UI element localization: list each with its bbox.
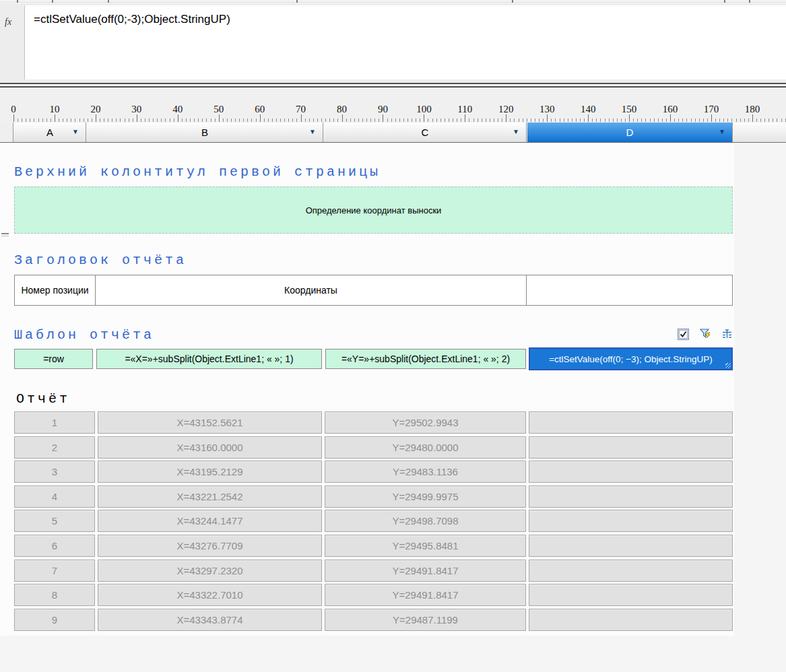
report-cell-y[interactable]: Y=29499.9975 xyxy=(325,485,526,508)
report-cell-num[interactable]: 2 xyxy=(14,436,95,459)
report-cell-extra[interactable] xyxy=(529,584,733,606)
ruler-ticks xyxy=(13,114,786,123)
report-cell-y[interactable]: Y=29487.1199 xyxy=(325,609,526,631)
template-cell-selected-formula[interactable]: =ctlSetValue(off(0; −3); Object.StringUP… xyxy=(529,347,733,370)
section-title-template: Шаблон отчёта xyxy=(14,327,154,343)
report-cell-x[interactable]: X=43343.8774 xyxy=(98,609,322,631)
report-cell-y[interactable]: Y=29480.0000 xyxy=(325,436,526,459)
report-cell-y[interactable]: Y=29502.9943 xyxy=(325,411,526,434)
corner-stub xyxy=(0,123,13,142)
report-cell-x[interactable]: X=43244.1477 xyxy=(98,510,322,532)
report-cell-num[interactable]: 3 xyxy=(14,461,95,483)
chevron-down-icon[interactable]: ▼ xyxy=(719,128,725,135)
ruler-label: 90 xyxy=(378,104,388,115)
report-rows: 1X=43152.5621Y=29502.99432X=43160.0000Y=… xyxy=(0,411,734,633)
ruler-label: 100 xyxy=(416,104,432,115)
ruler-label: 50 xyxy=(214,104,224,115)
report-cell-num[interactable]: 5 xyxy=(14,510,95,532)
ruler-label: 80 xyxy=(337,104,347,115)
report-cell-y[interactable]: Y=29495.8481 xyxy=(325,535,526,557)
report-cell-extra[interactable] xyxy=(529,609,733,631)
report-cell-num[interactable]: 6 xyxy=(14,535,95,557)
design-canvas: Верхний колонтитул первой страницы Опред… xyxy=(0,143,786,672)
top-edge-strip xyxy=(0,0,786,3)
report-cell-x[interactable]: X=43297.2320 xyxy=(98,560,322,582)
table-row: 8X=43322.7010Y=29491.8417 xyxy=(0,584,734,606)
report-cell-extra[interactable] xyxy=(529,411,733,434)
ruler-label: 0 xyxy=(11,104,16,115)
ruler-label: 150 xyxy=(622,104,637,115)
report-cell-num[interactable]: 8 xyxy=(14,584,95,606)
report-cell-y[interactable]: Y=29483.1136 xyxy=(325,461,526,483)
ruler-label: 30 xyxy=(131,104,141,115)
ruler-label: 170 xyxy=(704,104,719,115)
report-cell-num[interactable]: 7 xyxy=(14,560,95,582)
ruler-label: 60 xyxy=(255,104,265,115)
table-row: 1X=43152.5621Y=29502.9943 xyxy=(0,411,734,434)
section-title-page-header: Верхний колонтитул первой страницы xyxy=(14,164,381,180)
ruler-label: 180 xyxy=(745,104,760,115)
table-row: 2X=43160.0000Y=29480.0000 xyxy=(0,436,734,459)
report-cell-x[interactable]: X=43152.5621 xyxy=(98,411,322,434)
template-cell-y-formula[interactable]: =«Y=»+subSplit(Object.ExtLine1; « »; 2) xyxy=(325,349,526,369)
page-header-band-text: Определение координат выноски xyxy=(306,205,442,215)
report-cell-extra[interactable] xyxy=(529,436,733,459)
section-title-report-header: Заголовок отчёта xyxy=(14,253,187,268)
chevron-down-icon[interactable]: ▼ xyxy=(72,128,79,135)
page-header-band[interactable]: Определение координат выноски xyxy=(14,187,733,234)
header-cell-coordinates[interactable]: Координаты xyxy=(96,275,527,305)
report-cell-x[interactable]: X=43195.2129 xyxy=(98,461,322,483)
column-header-b[interactable]: B▼ xyxy=(87,123,323,142)
column-header-a[interactable]: A▼ xyxy=(14,123,86,142)
report-cell-extra[interactable] xyxy=(529,461,733,483)
column-header-d[interactable]: D▼ xyxy=(527,123,733,142)
ruler-label: 140 xyxy=(581,104,596,115)
column-header-row: A▼B▼C▼D▼ xyxy=(0,123,786,143)
ruler-label: 70 xyxy=(296,104,306,115)
ruler-label: 20 xyxy=(90,104,100,115)
ruler-label: 110 xyxy=(457,104,472,115)
report-cell-y[interactable]: Y=29498.7098 xyxy=(325,510,526,532)
report-cell-y[interactable]: Y=29491.8417 xyxy=(325,584,526,606)
report-cell-num[interactable]: 4 xyxy=(14,485,95,508)
report-cell-x[interactable]: X=43160.0000 xyxy=(98,436,322,459)
formula-input[interactable]: =ctlSetValue(off(0;-3);Object.StringUP) xyxy=(24,5,786,79)
column-letter: C xyxy=(422,127,429,138)
template-cell-x-formula[interactable]: =«X=»+subSplit(Object.ExtLine1; « »; 1) xyxy=(96,349,322,369)
formula-bar: fx =ctlSetValue(off(0;-3);Object.StringU… xyxy=(0,3,786,83)
column-letter: A xyxy=(46,127,53,138)
splitter-handle[interactable] xyxy=(0,83,786,88)
ruler-label: 120 xyxy=(498,104,514,115)
collapse-groups-icon[interactable] xyxy=(721,329,733,340)
report-cell-extra[interactable] xyxy=(529,560,733,582)
report-cell-extra[interactable] xyxy=(529,485,733,508)
ruler-label: 40 xyxy=(172,104,183,115)
report-cell-extra[interactable] xyxy=(529,510,733,532)
template-toolbar xyxy=(667,327,733,341)
report-cell-extra[interactable] xyxy=(529,535,733,557)
header-cell-position-number[interactable]: Номер позиции xyxy=(15,275,96,305)
column-header-c[interactable]: C▼ xyxy=(324,123,527,142)
column-letter: B xyxy=(201,127,208,138)
report-header-row: Номер позиции Координаты xyxy=(14,275,733,306)
horizontal-ruler: 0102030405060708090100110120130140150160… xyxy=(0,88,786,123)
checkbox-checked-icon[interactable] xyxy=(678,329,689,340)
table-row: 7X=43297.2320Y=29491.8417 xyxy=(0,560,734,582)
fx-icon: fx xyxy=(5,17,11,28)
resize-grip-icon[interactable] xyxy=(725,363,731,368)
header-cell-empty[interactable] xyxy=(527,275,732,305)
report-cell-num[interactable]: 1 xyxy=(14,411,95,434)
filter-lightning-icon[interactable] xyxy=(699,328,711,340)
ruler-label: 130 xyxy=(539,104,555,115)
selected-formula-text: =ctlSetValue(off(0; −3); Object.StringUP… xyxy=(549,354,713,364)
table-row: 5X=43244.1477Y=29498.7098 xyxy=(0,510,734,532)
report-cell-y[interactable]: Y=29491.8417 xyxy=(325,560,526,582)
chevron-down-icon[interactable]: ▼ xyxy=(513,128,519,135)
table-row: 6X=43276.7709Y=29495.8481 xyxy=(0,535,734,557)
report-cell-x[interactable]: X=43322.7010 xyxy=(98,584,322,606)
report-cell-x[interactable]: X=43221.2542 xyxy=(98,485,322,508)
chevron-down-icon[interactable]: ▼ xyxy=(309,128,316,135)
report-cell-num[interactable]: 9 xyxy=(14,609,95,631)
template-cell-row[interactable]: =row xyxy=(14,349,93,369)
report-cell-x[interactable]: X=43276.7709 xyxy=(98,535,322,557)
